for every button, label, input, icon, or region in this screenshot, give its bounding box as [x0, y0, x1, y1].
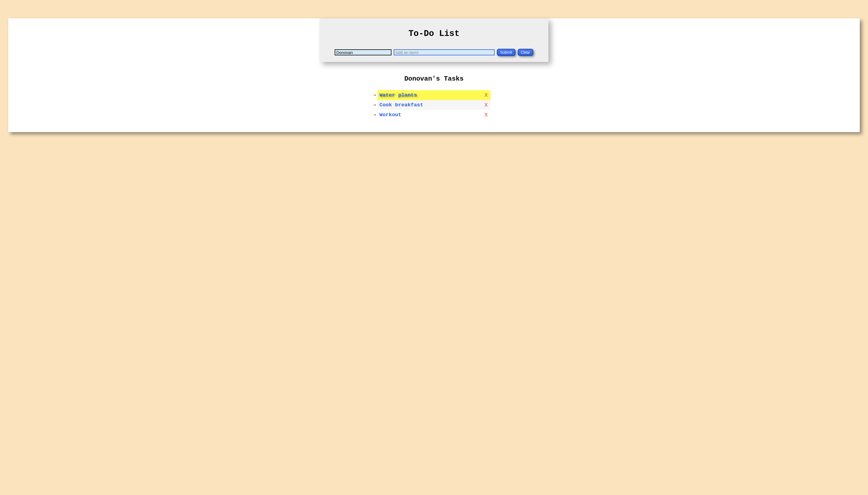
task-label: Workout: [379, 112, 485, 118]
task-label: Cook breakfast: [379, 102, 485, 108]
name-input[interactable]: [335, 49, 392, 55]
item-input[interactable]: [394, 49, 495, 55]
arrow-right-icon: ➡: [374, 103, 376, 108]
task-item[interactable]: ➡ Workout X: [377, 110, 491, 120]
task-label: Water plants: [379, 92, 485, 98]
tasks-heading: Donovan's Tasks: [8, 75, 860, 83]
task-item[interactable]: ➡ Water plants X: [377, 90, 491, 100]
delete-button[interactable]: X: [485, 92, 488, 98]
task-list: ➡ Water plants X ➡ Cook breakfast X ➡ Wo…: [377, 90, 491, 120]
delete-button[interactable]: X: [485, 112, 488, 118]
arrow-right-icon: ➡: [374, 113, 376, 118]
app-container: To-Do List Submit Clear Donovan's Tasks …: [8, 18, 860, 132]
clear-button[interactable]: Clear: [518, 49, 533, 56]
app-title: To-Do List: [335, 29, 533, 38]
header-panel: To-Do List Submit Clear: [320, 18, 548, 62]
submit-button[interactable]: Submit: [497, 49, 515, 56]
delete-button[interactable]: X: [485, 102, 488, 108]
form-row: Submit Clear: [335, 49, 533, 56]
arrow-right-icon: ➡: [374, 92, 376, 98]
task-item[interactable]: ➡ Cook breakfast X: [377, 100, 491, 110]
